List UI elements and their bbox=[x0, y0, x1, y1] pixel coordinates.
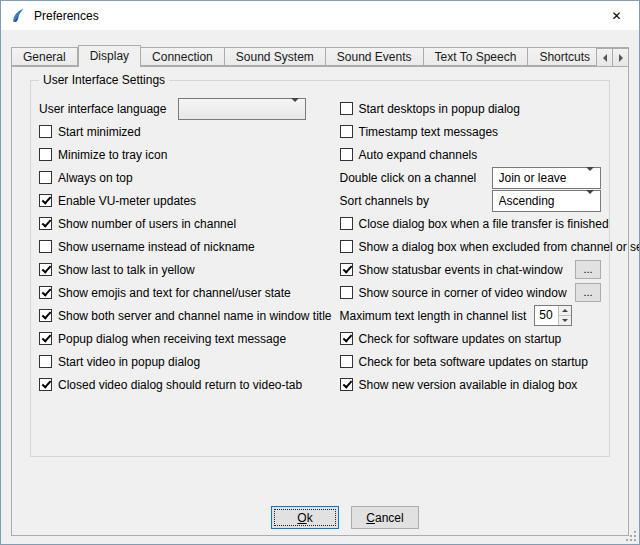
checkbox-label: Show new version available in dialog box bbox=[359, 378, 578, 392]
tab-sound-system[interactable]: Sound System bbox=[225, 47, 326, 66]
checkbox-box bbox=[39, 194, 52, 207]
statusbar-events-config-button[interactable]: ... bbox=[575, 260, 601, 279]
spin-up-button[interactable] bbox=[559, 306, 571, 316]
checkbox-box bbox=[39, 332, 52, 345]
checkbox-auto-expand-channels[interactable]: Auto expand channels bbox=[340, 143, 602, 166]
checkbox-label: Minimize to tray icon bbox=[58, 148, 167, 162]
checkbox-label: Show emojis and text for channel/user st… bbox=[58, 286, 291, 300]
checkbox-show-username[interactable]: Show username instead of nickname bbox=[39, 235, 332, 258]
resize-grip[interactable] bbox=[624, 529, 637, 542]
tab-shortcuts[interactable]: Shortcuts bbox=[528, 47, 602, 66]
chevron-down-icon bbox=[586, 194, 594, 208]
checkbox-box bbox=[340, 240, 353, 253]
checkbox-label: Start desktops in popup dialog bbox=[359, 102, 520, 116]
checkbox-beta-updates[interactable]: Check for beta software updates on start… bbox=[340, 350, 602, 373]
arrow-down-icon bbox=[562, 319, 568, 322]
checkbox-label: Start minimized bbox=[58, 125, 141, 139]
checkbox-timestamp-messages[interactable]: Timestamp text messages bbox=[340, 120, 602, 143]
tab-label: General bbox=[23, 50, 66, 64]
dialog-buttons: Ok Cancel bbox=[37, 506, 640, 529]
close-button[interactable]: ✕ bbox=[594, 1, 639, 30]
window-title: Preferences bbox=[34, 9, 99, 23]
ok-button[interactable]: Ok bbox=[271, 506, 339, 529]
language-row: User interface language bbox=[39, 97, 332, 120]
preferences-dialog: Preferences ✕ General Display Connection… bbox=[0, 0, 640, 545]
checkbox-label: Show statusbar events in chat-window bbox=[359, 263, 563, 277]
combobox-value: Ascending bbox=[499, 194, 555, 208]
checkbox-box bbox=[340, 217, 353, 230]
close-icon: ✕ bbox=[611, 10, 621, 22]
cancel-button[interactable]: Cancel bbox=[351, 506, 419, 529]
group-title: User Interface Settings bbox=[39, 73, 169, 87]
checkbox-software-updates[interactable]: Check for software updates on startup bbox=[340, 327, 602, 350]
checkbox-box bbox=[39, 217, 52, 230]
checkbox-box bbox=[340, 332, 353, 345]
max-text-length-spinner[interactable]: 50 bbox=[534, 305, 572, 326]
tab-sound-events[interactable]: Sound Events bbox=[326, 47, 424, 66]
ok-button-label: Ok bbox=[284, 511, 326, 525]
checkbox-show-user-count[interactable]: Show number of users in channel bbox=[39, 212, 332, 235]
checkbox-label: Show username instead of nickname bbox=[58, 240, 255, 254]
checkbox-video-source-corner[interactable]: Show source in corner of video window bbox=[340, 286, 567, 300]
tab-label: Shortcuts bbox=[539, 50, 590, 64]
checkbox-label: Show number of users in channel bbox=[58, 217, 236, 231]
video-source-config-button[interactable]: ... bbox=[575, 283, 601, 302]
tab-label: Connection bbox=[152, 50, 213, 64]
checkbox-label: Show both server and channel name in win… bbox=[58, 309, 332, 323]
checkbox-box bbox=[39, 171, 52, 184]
double-click-row: Double click on a channel Join or leave bbox=[340, 166, 602, 189]
spinner-value: 50 bbox=[535, 306, 558, 325]
checkbox-box bbox=[39, 286, 52, 299]
checkbox-box bbox=[340, 125, 353, 138]
checkbox-box bbox=[39, 240, 52, 253]
tab-label: Display bbox=[90, 49, 129, 63]
video-source-row: Show source in corner of video window ..… bbox=[340, 281, 602, 304]
sort-channels-combobox[interactable]: Ascending bbox=[492, 190, 602, 212]
checkbox-label: Show source in corner of video window bbox=[359, 286, 567, 300]
checkbox-start-minimized[interactable]: Start minimized bbox=[39, 120, 332, 143]
left-column: User interface language Start minimized … bbox=[39, 97, 332, 396]
spinner-buttons bbox=[558, 306, 571, 325]
checkbox-box bbox=[39, 148, 52, 161]
checkbox-label: Close dialog box when a file transfer is… bbox=[359, 217, 609, 231]
checkbox-server-channel-in-title[interactable]: Show both server and channel name in win… bbox=[39, 304, 332, 327]
checkbox-always-on-top[interactable]: Always on top bbox=[39, 166, 332, 189]
checkbox-minimize-to-tray[interactable]: Minimize to tray icon bbox=[39, 143, 332, 166]
tab-connection[interactable]: Connection bbox=[141, 47, 225, 66]
arrow-right-icon bbox=[619, 54, 623, 62]
checkbox-label: Timestamp text messages bbox=[359, 125, 499, 139]
language-combobox[interactable] bbox=[178, 98, 306, 120]
sort-channels-label: Sort channels by bbox=[340, 194, 492, 208]
checkbox-box bbox=[39, 378, 52, 391]
app-icon bbox=[10, 8, 26, 24]
checkbox-label: Show last to talk in yellow bbox=[58, 263, 195, 277]
checkbox-statusbar-events[interactable]: Show statusbar events in chat-window bbox=[340, 263, 563, 277]
checkbox-video-return-tab[interactable]: Closed video dialog should return to vid… bbox=[39, 373, 332, 396]
checkbox-desktops-popup[interactable]: Start desktops in popup dialog bbox=[340, 97, 602, 120]
tab-general[interactable]: General bbox=[11, 47, 78, 66]
tab-text-to-speech[interactable]: Text To Speech bbox=[424, 47, 529, 66]
sort-channels-row: Sort channels by Ascending bbox=[340, 189, 602, 212]
chevron-down-icon bbox=[586, 171, 594, 185]
max-text-length-row: Maximum text length in channel list 50 bbox=[340, 304, 602, 327]
checkbox-start-video-popup[interactable]: Start video in popup dialog bbox=[39, 350, 332, 373]
tab-display[interactable]: Display bbox=[78, 45, 141, 67]
tab-scroll-left-button[interactable] bbox=[596, 48, 613, 67]
double-click-combobox[interactable]: Join or leave bbox=[492, 167, 602, 189]
checkbox-label: Show a dialog box when excluded from cha… bbox=[359, 240, 640, 254]
checkbox-new-version-dialog[interactable]: Show new version available in dialog box bbox=[340, 373, 602, 396]
spin-down-button[interactable] bbox=[559, 316, 571, 325]
checkbox-vu-meter-updates[interactable]: Enable VU-meter updates bbox=[39, 189, 332, 212]
checkbox-close-filetransfer-dialog[interactable]: Close dialog box when a file transfer is… bbox=[340, 212, 602, 235]
tab-scroll-right-button[interactable] bbox=[612, 48, 629, 67]
tab-page-display: User Interface Settings User interface l… bbox=[11, 66, 629, 536]
tab-label: Text To Speech bbox=[435, 50, 517, 64]
checkbox-popup-text-message[interactable]: Popup dialog when receiving text message bbox=[39, 327, 332, 350]
tab-scroll-buttons bbox=[597, 48, 629, 67]
checkbox-label: Check for beta software updates on start… bbox=[359, 355, 588, 369]
checkbox-label: Check for software updates on startup bbox=[359, 332, 562, 346]
checkbox-emojis-text-state[interactable]: Show emojis and text for channel/user st… bbox=[39, 281, 332, 304]
checkbox-last-talk-yellow[interactable]: Show last to talk in yellow bbox=[39, 258, 332, 281]
checkbox-excluded-dialog[interactable]: Show a dialog box when excluded from cha… bbox=[340, 235, 602, 258]
double-click-label: Double click on a channel bbox=[340, 171, 492, 185]
